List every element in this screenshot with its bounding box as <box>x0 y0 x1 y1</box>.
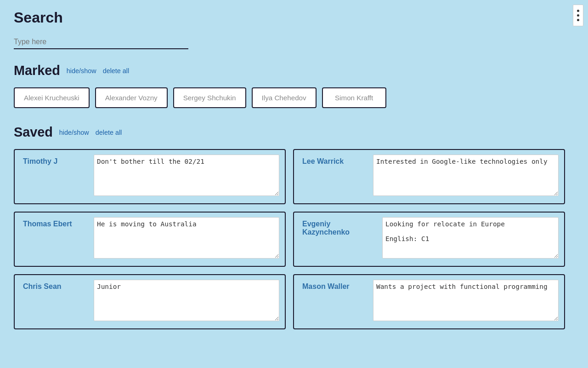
saved-card-note-input[interactable] <box>373 280 559 321</box>
saved-card-note-container <box>368 150 564 203</box>
saved-section-title: Saved <box>14 125 53 140</box>
saved-card: Mason Waller <box>293 274 565 329</box>
marked-section-title: Marked <box>14 63 60 78</box>
marked-hide-show-link[interactable]: hide/show <box>67 67 96 75</box>
saved-card-note-container <box>88 213 285 266</box>
saved-delete-all-link[interactable]: delete all <box>96 129 122 136</box>
saved-card-name: Timothy J <box>15 150 88 203</box>
saved-card-note-container <box>368 275 564 328</box>
saved-card-note-input[interactable] <box>373 155 559 196</box>
saved-section-header: Saved hide/show delete all <box>14 125 565 140</box>
saved-card-note-input[interactable] <box>382 217 559 259</box>
saved-card-note-input[interactable] <box>94 155 279 196</box>
marked-chip[interactable]: Sergey Shchukin <box>173 87 246 108</box>
saved-card-name: Lee Warrick <box>294 150 368 203</box>
saved-card: Timothy J <box>14 149 286 204</box>
saved-card-note-container <box>88 150 285 203</box>
saved-hide-show-link[interactable]: hide/show <box>59 129 89 136</box>
marked-chip[interactable]: Alexei Krucheuski <box>14 87 90 108</box>
search-input[interactable] <box>14 35 188 49</box>
menu-dot <box>577 19 579 21</box>
saved-card-name: Mason Waller <box>294 275 368 328</box>
saved-card-name: Chris Sean <box>15 275 88 328</box>
saved-card-note-container <box>88 275 285 328</box>
marked-section-header: Marked hide/show delete all <box>14 63 565 78</box>
page-title: Search <box>14 9 565 26</box>
saved-cards-grid: Timothy J Lee Warrick Thomas Ebert Evgen… <box>14 149 565 329</box>
three-dot-menu[interactable] <box>573 5 583 26</box>
main-content: Search Marked hide/show delete all Alexe… <box>0 0 579 339</box>
saved-card: Evgeniy Kazynchenko <box>293 212 565 267</box>
saved-card: Thomas Ebert <box>14 212 286 267</box>
menu-dot <box>577 14 579 17</box>
saved-card-note-container <box>377 213 564 266</box>
saved-card: Lee Warrick <box>293 149 565 204</box>
saved-card-name: Evgeniy Kazynchenko <box>294 213 377 266</box>
marked-chip[interactable]: Simon Krafft <box>322 87 386 108</box>
marked-delete-all-link[interactable]: delete all <box>103 67 130 75</box>
menu-dot <box>577 10 579 12</box>
marked-chips-container: Alexei Krucheuski Alexander Vozny Sergey… <box>14 87 565 108</box>
saved-card: Chris Sean <box>14 274 286 329</box>
marked-chip[interactable]: Alexander Vozny <box>95 87 168 108</box>
saved-card-note-input[interactable] <box>94 217 279 259</box>
marked-chip[interactable]: Ilya Chehedov <box>252 87 317 108</box>
saved-card-note-input[interactable] <box>94 280 279 321</box>
saved-card-name: Thomas Ebert <box>15 213 88 266</box>
